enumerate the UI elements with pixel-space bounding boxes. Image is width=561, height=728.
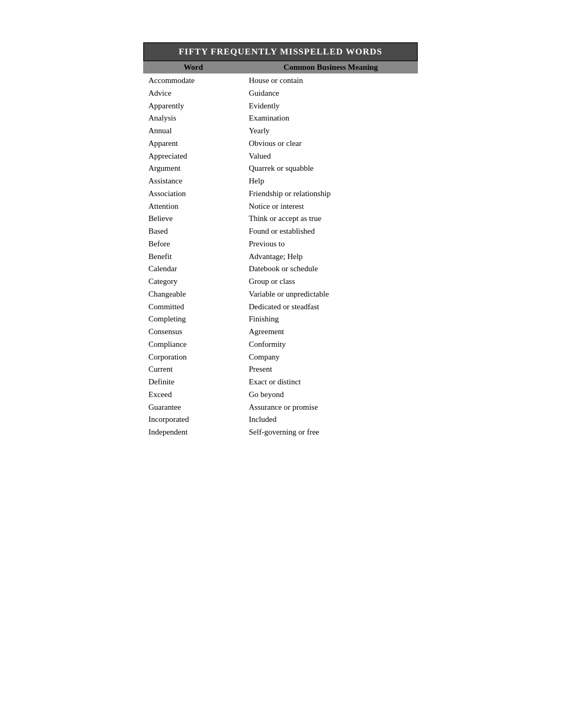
- table-row: AttentionNotice or interest: [143, 200, 418, 213]
- word-cell: Apparent: [143, 138, 244, 150]
- table-row: ApparentlyEvidently: [143, 100, 418, 113]
- word-cell: Independent: [143, 427, 244, 438]
- meaning-cell: Previous to: [244, 238, 418, 250]
- word-cell: Corporation: [143, 352, 244, 363]
- meaning-cell: Finishing: [244, 314, 418, 325]
- word-cell: Calendar: [143, 263, 244, 275]
- word-cell: Consensus: [143, 326, 244, 338]
- meaning-cell: Company: [244, 352, 418, 363]
- word-cell: Definite: [143, 376, 244, 388]
- table-row: CategoryGroup or class: [143, 275, 418, 288]
- table-row: DefiniteExact or distinct: [143, 376, 418, 389]
- table-row: ComplianceConformity: [143, 338, 418, 351]
- table-row: CorporationCompany: [143, 351, 418, 364]
- word-cell: Category: [143, 276, 244, 288]
- meaning-cell: Included: [244, 414, 418, 426]
- word-cell: Completing: [143, 314, 244, 325]
- word-cell: Committed: [143, 301, 244, 313]
- table-row: ArgumentQuarrek or squabble: [143, 162, 418, 175]
- table-row: AssistanceHelp: [143, 175, 418, 188]
- word-cell: Current: [143, 364, 244, 375]
- meaning-cell: Evidently: [244, 100, 418, 112]
- meaning-cell: Group or class: [244, 276, 418, 288]
- table-row: CurrentPresent: [143, 363, 418, 376]
- word-cell: Analysis: [143, 113, 244, 124]
- meaning-cell: Agreement: [244, 326, 418, 338]
- word-cell: Apparently: [143, 100, 244, 112]
- meaning-cell: Found or established: [244, 226, 418, 237]
- word-cell: Changeable: [143, 289, 244, 300]
- table-row: IndependentSelf-governing or free: [143, 426, 418, 439]
- word-cell: Accommodate: [143, 75, 244, 87]
- word-cell: Assistance: [143, 176, 244, 187]
- word-cell: Based: [143, 226, 244, 237]
- word-cell: Believe: [143, 213, 244, 225]
- meaning-cell: Present: [244, 364, 418, 375]
- meaning-cell: Yearly: [244, 125, 418, 137]
- word-cell: Benefit: [143, 251, 244, 263]
- main-container: FIFTY FREQUENTLY MISSPELLED WORDS Word C…: [143, 42, 418, 728]
- column-header-meaning: Common Business Meaning: [244, 63, 418, 72]
- word-cell: Advice: [143, 88, 244, 99]
- word-cell: Before: [143, 238, 244, 250]
- meaning-cell: Obvious or clear: [244, 138, 418, 150]
- word-cell: Association: [143, 188, 244, 200]
- word-cell: Argument: [143, 163, 244, 174]
- table-row: ApparentObvious or clear: [143, 137, 418, 150]
- word-cell: Annual: [143, 125, 244, 137]
- column-header-word: Word: [143, 63, 244, 72]
- table-header: Word Common Business Meaning: [143, 61, 418, 73]
- meaning-cell: Think or accept as true: [244, 213, 418, 225]
- table-row: CalendarDatebook or schedule: [143, 263, 418, 275]
- meaning-cell: Quarrek or squabble: [244, 163, 418, 174]
- table-row: IncorporatedIncluded: [143, 413, 418, 426]
- word-list: AccommodateHouse or containAdviceGuidanc…: [143, 75, 418, 439]
- table-row: AppreciatedValued: [143, 150, 418, 163]
- table-row: AnalysisExamination: [143, 112, 418, 125]
- meaning-cell: Guidance: [244, 88, 418, 99]
- meaning-cell: Conformity: [244, 339, 418, 351]
- word-cell: Guarantee: [143, 402, 244, 413]
- table-row: BenefitAdvantage; Help: [143, 251, 418, 263]
- table-row: AssociationFriendship or relationship: [143, 188, 418, 200]
- table-row: AnnualYearly: [143, 125, 418, 137]
- page-title: FIFTY FREQUENTLY MISSPELLED WORDS: [143, 42, 418, 61]
- table-row: ExceedGo beyond: [143, 389, 418, 401]
- meaning-cell: Examination: [244, 113, 418, 124]
- word-cell: Appreciated: [143, 151, 244, 162]
- meaning-cell: Advantage; Help: [244, 251, 418, 263]
- word-cell: Compliance: [143, 339, 244, 351]
- meaning-cell: Dedicated or steadfast: [244, 301, 418, 313]
- meaning-cell: Notice or interest: [244, 201, 418, 213]
- word-cell: Exceed: [143, 389, 244, 401]
- table-row: BelieveThink or accept as true: [143, 213, 418, 225]
- meaning-cell: Variable or unpredictable: [244, 289, 418, 300]
- meaning-cell: Valued: [244, 151, 418, 162]
- word-cell: Incorporated: [143, 414, 244, 426]
- meaning-cell: Help: [244, 176, 418, 187]
- table-row: GuaranteeAssurance or promise: [143, 401, 418, 414]
- table-row: BeforePrevious to: [143, 238, 418, 251]
- meaning-cell: Datebook or schedule: [244, 263, 418, 275]
- table-row: CompletingFinishing: [143, 313, 418, 326]
- table-row: ConsensusAgreement: [143, 326, 418, 338]
- meaning-cell: House or contain: [244, 75, 418, 87]
- word-cell: Attention: [143, 201, 244, 213]
- meaning-cell: Self-governing or free: [244, 427, 418, 438]
- meaning-cell: Assurance or promise: [244, 402, 418, 413]
- table-row: ChangeableVariable or unpredictable: [143, 288, 418, 301]
- table-row: CommittedDedicated or steadfast: [143, 301, 418, 314]
- table-row: BasedFound or established: [143, 225, 418, 238]
- table-row: AdviceGuidance: [143, 87, 418, 100]
- meaning-cell: Go beyond: [244, 389, 418, 401]
- meaning-cell: Exact or distinct: [244, 376, 418, 388]
- table-row: AccommodateHouse or contain: [143, 75, 418, 87]
- meaning-cell: Friendship or relationship: [244, 188, 418, 200]
